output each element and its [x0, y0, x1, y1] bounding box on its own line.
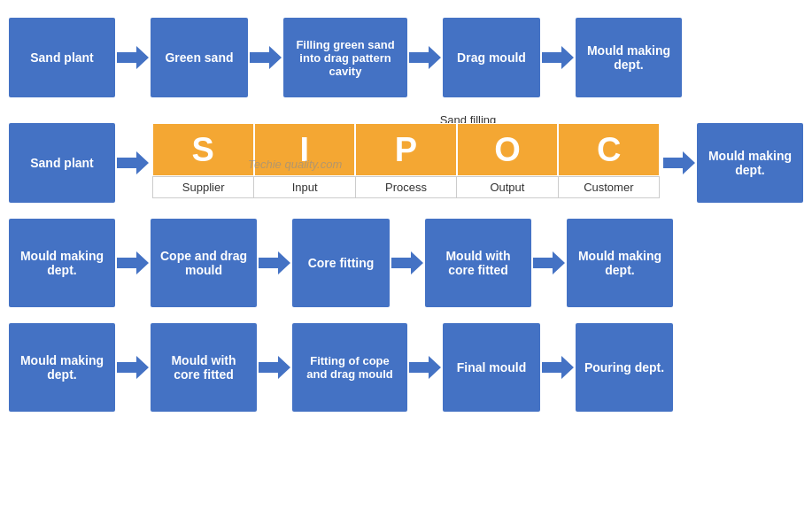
arrow-r4-2	[259, 354, 290, 381]
sipoc-labels: Supplier Input Process Output Customer	[152, 176, 660, 198]
row4-box1: Mould making dept.	[9, 323, 115, 412]
svg-marker-4	[117, 151, 149, 174]
arrow-r2-left	[117, 123, 149, 203]
svg-marker-11	[259, 356, 290, 379]
row4-box4: Final mould	[443, 323, 540, 412]
sipoc-input: Input	[254, 177, 355, 197]
svg-marker-5	[663, 151, 695, 174]
sipoc-p: P	[355, 123, 457, 176]
row1-box3: Filling green sand into drag pattern cav…	[283, 18, 407, 97]
sipoc-output: Output	[457, 177, 558, 197]
arrow-r3-1	[117, 250, 149, 276]
svg-marker-8	[391, 251, 423, 274]
row-2-wrapper: Sand filling Sand plant S I P O C Suppli…	[9, 113, 803, 203]
row-2: Sand plant S I P O C Supplier Input Proc…	[9, 123, 803, 203]
row2-box-right: Mould making dept.	[697, 123, 803, 203]
arrow-r1-2	[250, 44, 282, 71]
arrow-r3-3	[391, 250, 423, 276]
sipoc-c: C	[558, 123, 660, 176]
sipoc-i: I	[254, 123, 356, 176]
arrow-r1-1	[117, 44, 149, 71]
sipoc-process: Process	[356, 177, 457, 197]
row-4: Mould making dept. Mould with core fitte…	[9, 323, 803, 412]
row3-box5: Mould making dept.	[567, 219, 673, 307]
row4-box5: Pouring dept.	[576, 323, 673, 412]
row4-box2: Mould with core fitted	[151, 323, 257, 412]
arrow-r2-right	[663, 123, 695, 203]
svg-marker-2	[409, 46, 441, 69]
row-1: Sand plant Green sand Filling green sand…	[9, 18, 803, 97]
arrow-r1-4	[542, 44, 574, 71]
row3-box1: Mould making dept.	[9, 219, 115, 307]
row3-box2: Cope and drag mould	[151, 219, 257, 307]
arrow-r4-4	[542, 354, 574, 381]
svg-marker-3	[542, 46, 574, 69]
row1-box5: Mould making dept.	[576, 18, 682, 97]
sipoc-supplier: Supplier	[153, 177, 254, 197]
row-3: Mould making dept. Cope and drag mould C…	[9, 219, 803, 307]
arrow-r4-1	[117, 354, 149, 381]
svg-marker-1	[250, 46, 282, 69]
arrow-r4-3	[409, 354, 441, 381]
svg-marker-0	[117, 46, 149, 69]
svg-marker-13	[542, 356, 574, 379]
row2-box-left: Sand plant	[9, 123, 115, 203]
row4-box3: Fitting of cope and drag mould	[292, 323, 407, 412]
sipoc-table: S I P O C Supplier Input Process Output …	[152, 123, 660, 203]
row3-box3: Core fitting	[292, 219, 390, 307]
row3-box4: Mould with core fitted	[425, 219, 531, 307]
arrow-r3-2	[259, 250, 290, 276]
svg-marker-6	[117, 251, 149, 274]
arrow-r1-3	[409, 44, 441, 71]
svg-marker-12	[409, 356, 441, 379]
sipoc-letters: S I P O C	[152, 123, 660, 176]
row1-box2: Green sand	[151, 18, 248, 97]
sipoc-o: O	[457, 123, 559, 176]
svg-marker-9	[533, 251, 565, 274]
row1-box1: Sand plant	[9, 18, 115, 97]
svg-marker-10	[117, 356, 149, 379]
arrow-r3-4	[533, 250, 565, 276]
row1-box4: Drag mould	[443, 18, 540, 97]
diagram-container: Sand plant Green sand Filling green sand…	[9, 18, 803, 428]
sipoc-customer: Customer	[559, 177, 659, 197]
svg-marker-7	[259, 251, 290, 274]
sipoc-s: S	[152, 123, 254, 176]
